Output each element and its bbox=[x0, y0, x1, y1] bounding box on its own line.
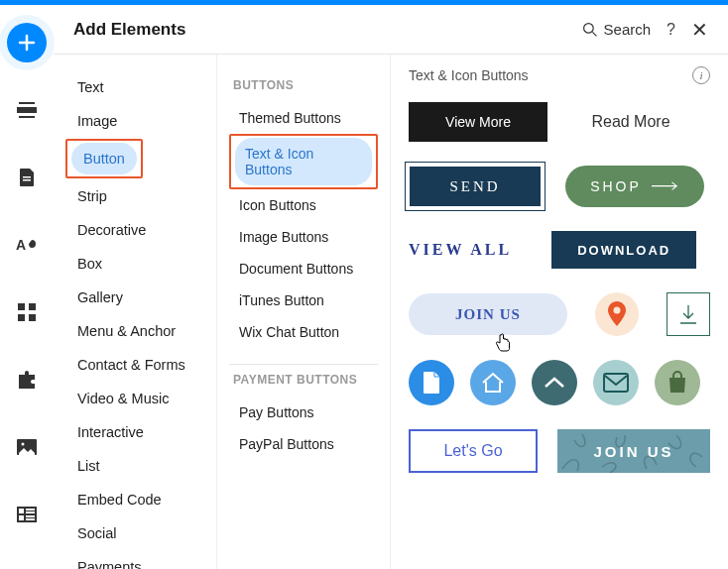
svg-rect-0 bbox=[17, 107, 37, 113]
training-highlight: Text & Icon Buttons bbox=[229, 134, 378, 189]
svg-point-19 bbox=[583, 23, 593, 33]
svg-text:A: A bbox=[16, 237, 26, 253]
svg-rect-18 bbox=[26, 518, 35, 520]
cursor-hand-icon bbox=[494, 333, 512, 353]
svg-rect-16 bbox=[19, 515, 24, 520]
mail-icon bbox=[603, 373, 629, 393]
svg-rect-7 bbox=[29, 303, 36, 310]
search-icon bbox=[582, 22, 598, 38]
subcategory-pay-buttons[interactable]: Pay Buttons bbox=[229, 397, 378, 428]
subcategory-wix-chat-button[interactable]: Wix Chat Button bbox=[229, 316, 378, 348]
rail-media-icon[interactable] bbox=[7, 427, 47, 467]
category-button[interactable]: Button bbox=[71, 143, 137, 174]
svg-rect-3 bbox=[23, 176, 31, 178]
category-social[interactable]: Social bbox=[65, 517, 129, 549]
svg-point-11 bbox=[21, 443, 24, 446]
sample-download[interactable]: DOWNLOAD bbox=[551, 231, 696, 269]
sample-file-icon[interactable] bbox=[409, 360, 454, 405]
svg-rect-13 bbox=[19, 509, 24, 513]
search-label: Search bbox=[604, 21, 652, 38]
add-button[interactable] bbox=[7, 23, 47, 62]
svg-rect-8 bbox=[18, 314, 25, 321]
rail-design-icon[interactable]: A bbox=[7, 225, 47, 265]
category-menu-anchor[interactable]: Menu & Anchor bbox=[65, 315, 187, 347]
sample-join-us-2[interactable]: JOIN US bbox=[557, 429, 710, 473]
shop-label: SHOP bbox=[590, 178, 642, 194]
subheading-buttons: BUTTONS bbox=[233, 78, 378, 92]
rail-data-icon[interactable] bbox=[7, 495, 47, 534]
map-pin-icon bbox=[607, 301, 627, 327]
sample-read-more[interactable]: Read More bbox=[571, 102, 690, 142]
download-icon bbox=[678, 303, 698, 325]
rail-page-icon[interactable] bbox=[7, 158, 47, 197]
preview-area: Text & Icon Buttons i View More Read Mor… bbox=[391, 55, 728, 569]
category-strip[interactable]: Strip bbox=[65, 180, 119, 212]
join-us-2-label: JOIN US bbox=[593, 443, 673, 460]
training-highlight: Button bbox=[65, 139, 143, 178]
svg-rect-21 bbox=[604, 374, 628, 392]
svg-rect-15 bbox=[26, 512, 35, 513]
subcategory-themed-buttons[interactable]: Themed Buttons bbox=[229, 102, 378, 134]
sample-up-icon[interactable] bbox=[532, 360, 577, 405]
sample-mail-icon[interactable] bbox=[593, 360, 639, 405]
panel-header: Add Elements Search ? ✕ bbox=[54, 5, 728, 55]
left-icon-rail: A bbox=[0, 5, 54, 569]
rail-apps-icon[interactable] bbox=[7, 292, 47, 332]
search-button[interactable]: Search bbox=[582, 21, 652, 38]
preview-title: Text & Icon Buttons bbox=[409, 67, 529, 83]
help-button[interactable]: ? bbox=[667, 21, 675, 39]
category-interactive[interactable]: Interactive bbox=[65, 416, 156, 448]
category-gallery[interactable]: Gallery bbox=[65, 282, 135, 313]
sample-home-icon[interactable] bbox=[470, 360, 516, 405]
svg-rect-1 bbox=[19, 102, 35, 104]
plus-icon bbox=[17, 33, 37, 53]
divider bbox=[229, 364, 378, 365]
icon-button-row bbox=[409, 360, 710, 405]
svg-point-20 bbox=[614, 307, 621, 314]
subcategory-text-icon-buttons[interactable]: Text & Icon Buttons bbox=[235, 138, 372, 185]
subcategory-image-buttons[interactable]: Image Buttons bbox=[229, 221, 378, 253]
svg-rect-17 bbox=[26, 515, 35, 517]
category-list: TextImageButtonStripDecorativeBoxGallery… bbox=[54, 55, 217, 569]
sample-download-square[interactable] bbox=[667, 292, 710, 336]
file-icon bbox=[422, 371, 441, 395]
svg-rect-6 bbox=[18, 303, 25, 310]
category-decorative[interactable]: Decorative bbox=[65, 214, 158, 246]
rail-section-icon[interactable] bbox=[7, 90, 47, 130]
subcategory-document-buttons[interactable]: Document Buttons bbox=[229, 253, 378, 284]
subcategory-itunes-button[interactable]: iTunes Button bbox=[229, 284, 378, 316]
category-contact-forms[interactable]: Contact & Forms bbox=[65, 349, 197, 381]
category-box[interactable]: Box bbox=[65, 248, 114, 280]
join-us-label: JOIN US bbox=[455, 306, 521, 323]
home-icon bbox=[481, 372, 505, 394]
sample-shop[interactable]: SHOP bbox=[565, 166, 704, 207]
svg-rect-4 bbox=[23, 179, 31, 181]
shopping-bag-icon bbox=[667, 371, 688, 395]
subcategory-paypal-buttons[interactable]: PayPal Buttons bbox=[229, 428, 378, 460]
svg-rect-14 bbox=[26, 509, 35, 511]
category-list[interactable]: List bbox=[65, 450, 112, 482]
info-icon[interactable]: i bbox=[692, 66, 710, 84]
rail-plugin-icon[interactable] bbox=[7, 360, 47, 399]
svg-rect-2 bbox=[19, 116, 35, 118]
subcategory-list: BUTTONS Themed ButtonsText & Icon Button… bbox=[217, 55, 391, 569]
svg-rect-9 bbox=[29, 314, 36, 321]
sample-join-us[interactable]: JOIN US bbox=[409, 293, 567, 335]
arrow-right-icon bbox=[652, 181, 679, 190]
category-payments[interactable]: Payments bbox=[65, 551, 153, 569]
add-elements-panel: Add Elements Search ? ✕ TextImageButtonS… bbox=[54, 5, 728, 569]
category-text[interactable]: Text bbox=[65, 71, 116, 103]
sample-lets-go[interactable]: Let's Go bbox=[409, 429, 538, 473]
subcategory-icon-buttons[interactable]: Icon Buttons bbox=[229, 189, 378, 221]
category-embed-code[interactable]: Embed Code bbox=[65, 484, 174, 515]
sample-bag-icon[interactable] bbox=[655, 360, 700, 405]
sample-view-all[interactable]: VIEW ALL bbox=[409, 241, 512, 259]
panel-title: Add Elements bbox=[73, 20, 185, 40]
sample-pin-icon[interactable] bbox=[595, 292, 639, 336]
category-image[interactable]: Image bbox=[65, 105, 129, 137]
sample-view-more[interactable]: View More bbox=[409, 102, 547, 142]
chevron-up-icon bbox=[544, 376, 565, 390]
close-button[interactable]: ✕ bbox=[691, 18, 708, 42]
category-video-music[interactable]: Video & Music bbox=[65, 383, 181, 414]
sample-send[interactable]: SEND bbox=[409, 166, 542, 207]
